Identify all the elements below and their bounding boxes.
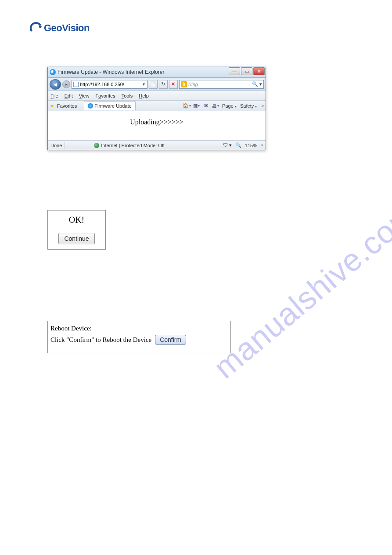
zoom-level[interactable]: 115% [245, 143, 257, 148]
menu-edit[interactable]: Edit [65, 93, 73, 98]
ok-title: OK! [48, 215, 105, 225]
reboot-instruction: Click "Confirm" to Reboot the Device [50, 336, 151, 344]
url-dropdown-icon[interactable]: ▼ [142, 82, 146, 87]
menu-file[interactable]: File [50, 93, 58, 98]
window-title: Firmware Update - Windows Internet Explo… [58, 69, 164, 75]
minimize-button[interactable]: — [229, 67, 240, 75]
compat-view-button[interactable]: 📄 [149, 80, 158, 89]
favorites-label[interactable]: Favorites [57, 103, 77, 109]
safety-menu[interactable]: Safety ▾ [239, 103, 258, 109]
reboot-dialog: Reboot Device: Click "Confirm" to Reboot… [47, 321, 231, 353]
ie-browser-window: Firmware Update - Windows Internet Explo… [47, 66, 266, 150]
menu-favorites[interactable]: Favorites [95, 93, 115, 98]
reboot-title: Reboot Device: [50, 325, 228, 332]
search-field[interactable]: b Bing 🔍 ▾ [179, 80, 264, 89]
page-content: Uploading>>>>>> [48, 111, 266, 140]
maximize-button[interactable]: ▭ [241, 67, 252, 75]
logo-text: GeoVision [44, 22, 90, 34]
close-button[interactable]: ✕ [253, 67, 265, 75]
protected-mode-label: Internet | Protected Mode: Off [101, 143, 165, 148]
logo-mark-icon [29, 21, 43, 35]
confirmation-dialog: OK! Continue [47, 210, 106, 250]
zoom-dropdown-icon[interactable]: ▾ [261, 143, 263, 147]
mail-icon[interactable]: ✉ [202, 102, 210, 110]
tab-label: Firmware Update [94, 103, 131, 109]
search-provider-label: Bing [188, 82, 198, 87]
url-input[interactable] [80, 82, 140, 87]
search-icon[interactable]: 🔍 ▾ [252, 81, 262, 87]
geovision-logo: GeoVision [30, 22, 90, 34]
bing-icon: b [181, 81, 187, 87]
uploading-status: Uploading>>>>>> [130, 118, 183, 140]
continue-button[interactable]: Continue [58, 233, 94, 244]
toolbar-overflow-icon[interactable]: » [261, 103, 264, 108]
menu-help[interactable]: Help [139, 93, 149, 98]
favorites-star-icon[interactable]: ★ [50, 103, 54, 109]
menu-tools[interactable]: Tools [122, 93, 133, 98]
feeds-icon[interactable]: ▦▾ [192, 102, 200, 110]
internet-zone-icon [94, 143, 99, 148]
home-icon[interactable]: 🏠▾ [183, 102, 191, 110]
security-icon[interactable]: 🛡 ▾ [223, 142, 232, 148]
watermark-text: manualshive.com [207, 196, 392, 386]
tab-page-icon [88, 103, 93, 109]
page-icon [73, 82, 79, 87]
status-text: Done [50, 143, 62, 148]
ie-icon [50, 69, 56, 75]
status-bar: Done Internet | Protected Mode: Off 🛡 ▾ … [48, 140, 266, 150]
menu-bar: File Edit View Favorites Tools Help [48, 91, 266, 101]
favorites-bar: ★ Favorites Firmware Update 🏠▾ ▦▾ ✉ 🖶▾ P… [48, 101, 266, 111]
window-titlebar: Firmware Update - Windows Internet Explo… [48, 66, 266, 78]
print-icon[interactable]: 🖶▾ [212, 102, 219, 110]
stop-button[interactable]: ✕ [169, 80, 178, 89]
page-menu[interactable]: Page ▾ [221, 103, 237, 109]
zoom-icon[interactable]: 🔍 [235, 142, 241, 148]
forward-button[interactable]: ▸ [62, 80, 70, 88]
browser-tab[interactable]: Firmware Update [84, 102, 135, 110]
url-field[interactable]: ▼ [72, 80, 147, 89]
menu-view[interactable]: View [79, 93, 90, 98]
address-bar: ◄ ▸ ▼ 📄 ↻ ✕ b Bing 🔍 ▾ [48, 78, 266, 91]
back-button[interactable]: ◄ [50, 79, 61, 90]
confirm-button[interactable]: Confirm [155, 335, 186, 345]
refresh-button[interactable]: ↻ [159, 80, 168, 89]
